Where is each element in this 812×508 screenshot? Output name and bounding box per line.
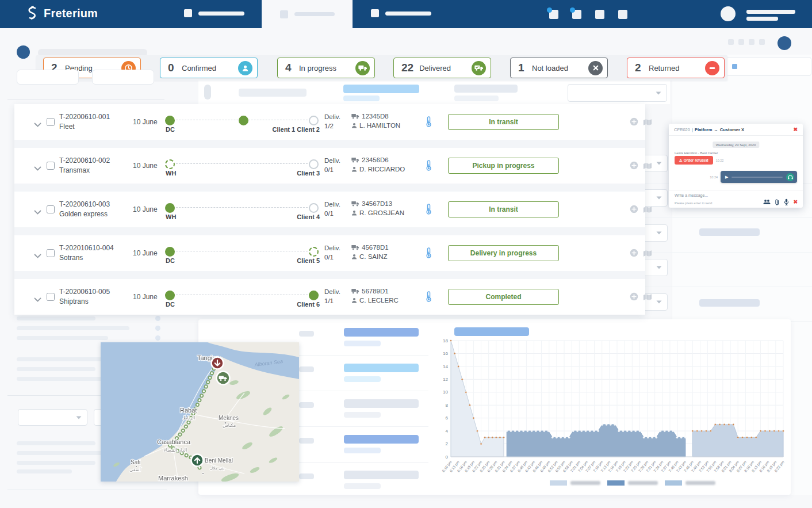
skeleton-bar [454, 96, 499, 101]
nav-action-icon-4[interactable] [618, 10, 627, 19]
thermometer-icon[interactable] [426, 291, 432, 304]
map-icon[interactable] [643, 205, 652, 216]
microphone-icon[interactable] [784, 198, 789, 205]
user-role-skeleton [746, 17, 778, 21]
thermometer-icon[interactable] [426, 160, 432, 173]
status-pill-delivered[interactable]: 22Delivered [393, 58, 491, 78]
notification-dot [570, 7, 575, 13]
vehicle-id: 45678D1 [362, 243, 389, 252]
pill-count: 22 [401, 62, 413, 74]
status-button[interactable]: Completed [448, 289, 559, 305]
timeline-destination-dot [309, 116, 319, 125]
top-navbar: Freterium [0, 0, 812, 28]
status-pill-confirmed[interactable]: 0Confirmed [160, 58, 258, 78]
skeleton-line [17, 336, 108, 340]
status-button[interactable]: Delivery in progress [448, 245, 559, 261]
list-item-subbar [344, 376, 381, 382]
plus-circle-icon[interactable] [630, 161, 638, 172]
map-icon[interactable] [643, 249, 652, 259]
table-filter-dropdown[interactable] [568, 84, 667, 102]
attachment-icon[interactable] [775, 199, 780, 205]
help-circle-button[interactable] [777, 36, 791, 50]
truck-icon [351, 201, 359, 207]
map-label-casablanca: Casablanca [157, 438, 191, 445]
status-pill-in-progress[interactable]: 4In progress [277, 58, 375, 78]
avatar[interactable] [721, 6, 736, 21]
svg-text:4: 4 [446, 429, 449, 434]
nav-action-icon-3[interactable] [595, 10, 604, 19]
temperature-chart: 0246810121416186:10 pm6:13 pm6:16 pm6:19… [437, 337, 789, 492]
nav-item-label-skeleton [198, 12, 244, 16]
destination-label: Client 6 [297, 301, 320, 308]
status-button[interactable]: Pickup in progress [448, 158, 559, 174]
plus-circle-icon[interactable] [630, 117, 638, 128]
driver-name: C. SAINZ [359, 252, 388, 261]
status-pill-not-loaded[interactable]: 1Not loaded [510, 58, 608, 78]
nav-item-placeholder-1[interactable] [184, 9, 244, 17]
nav-tab-active[interactable] [262, 0, 353, 28]
filter-button-placeholder[interactable] [17, 70, 79, 85]
map-icon[interactable] [643, 162, 652, 172]
status-button[interactable]: In transit [448, 114, 559, 130]
deliveries-caption: Deliv. [324, 200, 340, 209]
map-label-beni-mellal-ar: بني ملال [210, 466, 224, 471]
message-time: 10:24 [710, 175, 718, 179]
driver-name: R. GROSJEAN [359, 208, 404, 217]
plus-circle-icon[interactable] [630, 249, 638, 259]
cross-circle-icon [588, 61, 603, 75]
skeleton-dot [155, 316, 160, 321]
legend-label-blurred [685, 481, 715, 485]
chat-close-icon[interactable]: ✖ [793, 127, 798, 132]
chat-from: Platform [695, 127, 712, 132]
freterium-logo-icon [25, 6, 39, 21]
skeleton-line [17, 357, 108, 361]
deliveries-caption: Deliv. [324, 243, 340, 253]
skeleton-bar-blue-light [343, 96, 380, 101]
chat-send-hint: Please press enter to send [675, 201, 712, 205]
skeleton-dot [155, 335, 160, 341]
skeleton-bar [299, 473, 314, 479]
driver-icon [238, 61, 252, 75]
group-icon[interactable] [763, 199, 771, 205]
left-filter-dropdown-1[interactable] [18, 409, 87, 426]
cancel-icon[interactable]: ✖ [793, 200, 798, 205]
chat-message-input[interactable]: Write a message... [675, 193, 708, 197]
plus-circle-icon[interactable] [630, 292, 638, 303]
timeline-destination-dot [309, 203, 319, 213]
skeleton-bar-blue [343, 85, 419, 93]
nav-action-icon-2[interactable] [572, 10, 581, 19]
destination-pin-icon[interactable] [212, 357, 224, 371]
voice-message-bubble[interactable]: ▶ [721, 171, 797, 183]
freterium-dashboard: Freterium 2Pending0Confirmed4In progress… [0, 0, 812, 508]
thermometer-icon[interactable] [426, 116, 432, 129]
table-row: T-20200610-005Shiptrans10 JuneDCClient 6… [14, 279, 645, 315]
thermometer-icon[interactable] [426, 247, 432, 261]
truck-position-marker[interactable] [217, 372, 230, 385]
nav-action-icon-1[interactable] [549, 10, 558, 19]
map-icon[interactable] [643, 118, 652, 128]
status-pill-returned[interactable]: 2Returned [627, 58, 725, 78]
svg-text:10: 10 [443, 389, 448, 395]
pagination-squares [728, 39, 765, 45]
brand-logo[interactable]: Freterium [25, 6, 98, 21]
origin-label: DC [166, 257, 175, 264]
status-button[interactable]: In transit [448, 201, 559, 217]
svg-text:0: 0 [446, 454, 449, 460]
chevron-down-icon [656, 231, 662, 235]
play-icon[interactable]: ▶ [725, 175, 728, 179]
pill-label: Not loaded [532, 64, 583, 72]
driver-icon [351, 254, 357, 259]
timeline-origin-dot [165, 159, 175, 169]
message-time: 10:22 [716, 159, 724, 162]
plus-circle-icon[interactable] [630, 205, 638, 216]
route-map[interactable]: Tangier Alboran Sea Rabat الرباط Meknes … [101, 342, 299, 482]
list-item-bar [344, 399, 419, 408]
chevron-down-icon [656, 300, 662, 304]
nav-item-placeholder-2[interactable] [371, 9, 431, 17]
map-icon[interactable] [643, 293, 652, 303]
list-item-bar [344, 435, 419, 444]
order-refused-badge: ⚠ Order refused [675, 156, 713, 165]
origin-pin-icon[interactable] [191, 454, 204, 468]
thermometer-icon[interactable] [426, 204, 432, 217]
filter-button-placeholder[interactable] [92, 70, 154, 85]
